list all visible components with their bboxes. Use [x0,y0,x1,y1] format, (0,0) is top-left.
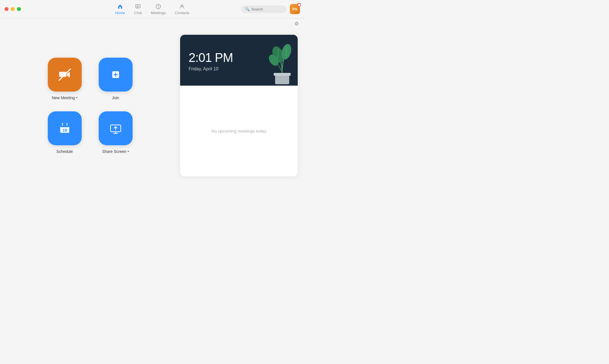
nav-contacts-label: Contacts [175,11,189,15]
new-meeting-button[interactable] [48,58,82,92]
plus-icon [108,67,123,82]
search-box[interactable]: 🔍 [241,5,286,13]
schedule-button[interactable]: 19 [48,111,82,145]
avatar-initials: PS [292,7,297,11]
titlebar: Home Chat Meetings [0,0,304,18]
settings-bar: ⚙ [0,18,304,29]
share-screen-item: Share Screen ▾ [99,111,133,154]
left-panel: New Meeting ▾ Join [0,29,180,182]
join-button[interactable] [99,58,133,92]
nav-contacts[interactable]: Contacts [175,3,189,15]
contacts-icon [179,3,185,10]
search-input[interactable] [251,7,282,11]
new-meeting-chevron: ▾ [76,96,77,99]
nav-meetings[interactable]: Meetings [151,3,166,15]
chat-icon [135,3,141,10]
calendar-badge-icon [298,4,300,6]
join-item: Join [99,58,133,100]
share-screen-label: Share Screen ▾ [102,149,129,154]
join-label: Join [112,96,119,100]
nav-chat[interactable]: Chat [134,3,142,15]
video-camera-off-icon [57,67,72,82]
minimize-button[interactable] [11,7,15,11]
share-screen-chevron: ▾ [128,150,129,153]
new-meeting-item: New Meeting ▾ [48,58,82,100]
svg-text:19: 19 [62,128,67,133]
nav-home-label: Home [115,11,125,15]
svg-rect-20 [274,73,291,76]
svg-rect-0 [119,7,121,9]
svg-rect-1 [136,5,140,8]
action-grid: New Meeting ▾ Join [48,58,133,154]
nav-chat-label: Chat [134,11,142,15]
new-meeting-label: New Meeting ▾ [52,96,77,100]
share-screen-button[interactable] [99,111,133,145]
share-screen-icon [108,121,123,136]
meetings-icon [155,3,161,10]
nav-meetings-label: Meetings [151,11,166,15]
right-panel: 2:01 PM Friday, April 10 [180,29,304,182]
calendar-body: No upcoming meetings today [180,86,298,176]
nav-right: 🔍 PS [241,4,300,14]
main-content: New Meeting ▾ Join [0,29,304,182]
nav-home[interactable]: Home [115,3,125,15]
avatar-badge [297,3,301,6]
plant-decoration [267,40,298,86]
main-navigation: Home Chat Meetings [115,3,189,15]
schedule-item: 19 Schedule [48,111,82,154]
maximize-button[interactable] [17,7,21,11]
traffic-lights [5,7,21,11]
avatar[interactable]: PS [290,4,300,14]
svg-rect-19 [275,74,289,84]
calendar-widget: 2:01 PM Friday, April 10 [180,35,298,176]
home-icon [117,3,123,10]
settings-icon[interactable]: ⚙ [294,21,299,27]
close-button[interactable] [5,7,8,11]
search-icon: 🔍 [245,7,250,11]
calendar-icon: 19 [57,121,72,136]
calendar-header: 2:01 PM Friday, April 10 [180,35,298,86]
no-meetings-label: No upcoming meetings today [211,129,266,133]
schedule-label: Schedule [56,149,73,154]
svg-rect-11 [60,124,69,127]
